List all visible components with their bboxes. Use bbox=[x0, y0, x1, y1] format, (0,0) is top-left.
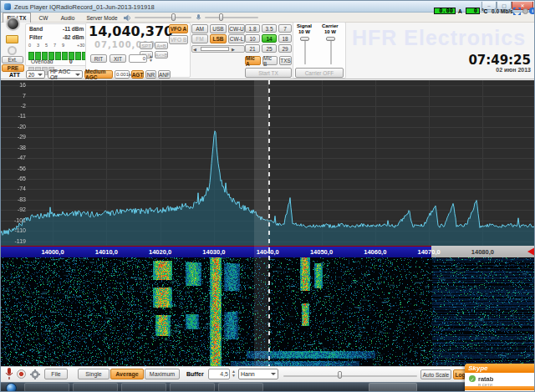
band-25-button[interactable]: 25 bbox=[262, 44, 277, 53]
band-18-button[interactable]: 18 bbox=[278, 34, 292, 43]
spinner-arrows-icon[interactable]: ▲▼ bbox=[149, 54, 153, 63]
taskbar-app-button[interactable] bbox=[121, 383, 166, 392]
carrier-slider-thumb[interactable] bbox=[326, 37, 335, 41]
zoom-slider-thumb[interactable] bbox=[338, 371, 342, 379]
signal-slider-track[interactable] bbox=[304, 39, 306, 64]
carrier-slider-track[interactable] bbox=[330, 39, 332, 64]
att-combo[interactable]: 20 bbox=[26, 70, 45, 79]
band-7-button[interactable]: 7 bbox=[278, 24, 292, 33]
ruler-label: 14080,0 bbox=[462, 248, 502, 256]
signal-slider-thumb[interactable] bbox=[300, 37, 309, 41]
medium-agc-button[interactable]: Medium AGC bbox=[84, 70, 113, 79]
vfo-b-button[interactable]: VFO B bbox=[169, 35, 188, 44]
gear-icon[interactable] bbox=[30, 369, 40, 379]
file-button[interactable]: File bbox=[44, 369, 68, 379]
rit-offset-spinner[interactable]: 0 bbox=[129, 54, 147, 63]
mode-am-button[interactable]: AM bbox=[191, 24, 208, 33]
hf-agc-combo[interactable]: HF AGC Off bbox=[48, 70, 83, 79]
ruler-label: 14020,0 bbox=[140, 248, 181, 256]
info-icon[interactable]: i bbox=[529, 8, 535, 14]
scroll-left-icon[interactable]: ◀ bbox=[193, 47, 199, 51]
mode-usb-button[interactable]: USB bbox=[210, 24, 227, 33]
a-equals-b-button[interactable]: A=B bbox=[155, 42, 168, 49]
mode-cwl-button[interactable]: CW-L bbox=[228, 34, 245, 43]
carrier-off-button[interactable]: Carrier OFF bbox=[295, 68, 344, 78]
scrollbar-thumb[interactable] bbox=[201, 47, 229, 51]
mode-fm-button[interactable]: FM bbox=[191, 34, 208, 43]
mode-cwu-button[interactable]: CW-U bbox=[228, 24, 245, 33]
band-value: -11 dBm bbox=[63, 26, 84, 32]
maximum-button[interactable]: Maximum bbox=[145, 369, 180, 379]
buffer-spinner-arrows-icon[interactable]: ▲▼ bbox=[232, 369, 236, 378]
ext-button[interactable]: Ext. bbox=[2, 56, 23, 64]
signal-value: 10 W bbox=[298, 29, 310, 34]
tab-server-mode[interactable]: Server Mode bbox=[83, 13, 121, 23]
window-title: Zeus Player IQRadioRecord_01-Jun-2013-19… bbox=[14, 3, 155, 11]
taskbar-app-button[interactable] bbox=[24, 383, 69, 392]
mic-b-button[interactable]: Mic B bbox=[262, 56, 278, 65]
scroll-right-icon[interactable]: ▶ bbox=[232, 47, 237, 51]
average-button[interactable]: Average bbox=[110, 369, 144, 379]
spectrum-y-label: -74 bbox=[3, 186, 26, 191]
s-meter-scale-label: +30 bbox=[77, 43, 84, 48]
rit-button[interactable]: RIT bbox=[90, 54, 107, 63]
start-tx-button[interactable]: Start TX bbox=[245, 68, 292, 78]
band-29-button[interactable]: 29 bbox=[278, 44, 292, 53]
anf-button[interactable]: ANF bbox=[158, 70, 171, 79]
att-value: 20 bbox=[28, 72, 34, 78]
mode-lsb-button[interactable]: LSB bbox=[210, 34, 227, 43]
start-button[interactable] bbox=[6, 383, 17, 392]
buffer-spinner[interactable]: 4,5 bbox=[208, 369, 230, 379]
volume-slider-track[interactable] bbox=[135, 17, 191, 18]
xit-button[interactable]: XIT bbox=[110, 54, 126, 63]
spectrum-y-label: -20 bbox=[3, 124, 26, 130]
spectrum-y-label: -83 bbox=[3, 196, 26, 202]
taskbar-app-button[interactable] bbox=[218, 383, 263, 392]
band-10-button[interactable]: 10 bbox=[245, 34, 260, 43]
spt-button[interactable]: SPT bbox=[140, 42, 153, 49]
spectrum-y-label: -47 bbox=[3, 155, 26, 160]
hf-agc-value: HF AGC Off bbox=[50, 69, 75, 80]
skype-notification[interactable]: Skype ✓ ratab в сети bbox=[465, 364, 535, 392]
agt-button[interactable]: AGT bbox=[131, 70, 144, 79]
tune-knob-icon[interactable] bbox=[6, 17, 20, 31]
mic-slider-thumb[interactable] bbox=[219, 13, 223, 21]
band-21-button[interactable]: 21 bbox=[245, 44, 260, 53]
band-label: Band bbox=[29, 26, 43, 32]
nr-button[interactable]: NR bbox=[145, 70, 156, 79]
buffer-label: Buffer bbox=[186, 371, 204, 377]
open-file-folder-icon[interactable] bbox=[6, 35, 18, 43]
current-unit: A bbox=[458, 8, 462, 14]
chevron-down-icon bbox=[271, 373, 276, 375]
window-function-combo[interactable]: Hann bbox=[238, 369, 278, 379]
zeus-player-window: Zeus Player IQRadioRecord_01-Jun-2013-19… bbox=[0, 0, 535, 392]
tuned-frequency-line[interactable] bbox=[268, 80, 270, 366]
pre-button[interactable]: PRE bbox=[2, 64, 24, 72]
filter-width-scrollbar[interactable]: ◀ ▶ bbox=[191, 45, 245, 53]
zoom-slider-track[interactable] bbox=[283, 375, 417, 377]
vfo-a-button[interactable]: VFO A bbox=[169, 24, 188, 33]
taskbar-app-button[interactable] bbox=[170, 383, 215, 392]
txs-button[interactable]: TXS bbox=[279, 56, 292, 65]
band-1-8-button[interactable]: 1.8 bbox=[245, 24, 260, 33]
auto-scale-button[interactable]: Auto Scale bbox=[420, 369, 451, 379]
spectrum-y-label: -11 bbox=[3, 113, 26, 119]
fullscreen-arrows-icon[interactable] bbox=[513, 8, 521, 15]
taskbar-app-button-active[interactable] bbox=[369, 383, 417, 392]
mic-a-button[interactable]: Mic A bbox=[245, 56, 261, 65]
record-icon[interactable] bbox=[17, 369, 26, 379]
date-display: 02 июн 2013 bbox=[496, 67, 531, 73]
microphone-icon[interactable] bbox=[5, 368, 13, 380]
volume-slider-thumb[interactable] bbox=[171, 13, 176, 21]
tab-audio[interactable]: Audio bbox=[56, 13, 79, 23]
mic-slider-track[interactable] bbox=[205, 17, 258, 18]
taskbar-app-button[interactable] bbox=[73, 383, 118, 392]
stop-icon[interactable] bbox=[8, 46, 17, 55]
single-button[interactable]: Single bbox=[78, 369, 110, 379]
main-frequency-display[interactable]: 14,040,370 bbox=[89, 23, 173, 39]
tab-cw[interactable]: CW bbox=[34, 13, 53, 23]
band-14-button[interactable]: 14 bbox=[262, 34, 277, 43]
band-3-5-button[interactable]: 3.5 bbox=[262, 24, 277, 33]
a-swap-b-button[interactable]: A<>B bbox=[155, 51, 168, 59]
agc-time-field[interactable]: 0.001s bbox=[115, 70, 130, 79]
